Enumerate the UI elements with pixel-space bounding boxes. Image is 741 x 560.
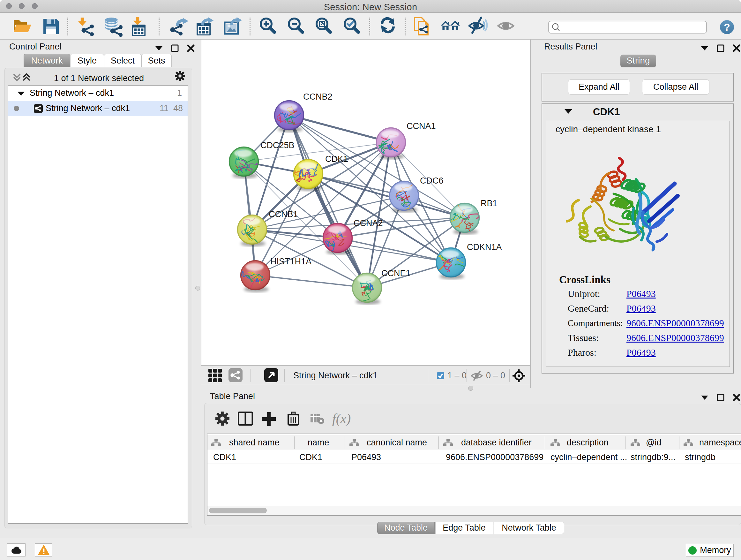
svg-text:CDC6: CDC6 [420,176,444,186]
svg-text:CCNE1: CCNE1 [381,268,411,278]
svg-text:CDK1: CDK1 [325,154,348,164]
svg-text:CCNA1: CCNA1 [407,121,436,131]
svg-text:HIST1H1A: HIST1H1A [270,257,312,266]
svg-text:CCNB2: CCNB2 [303,92,333,102]
svg-text:CCNB1: CCNB1 [269,209,298,219]
svg-text:CDKN1A: CDKN1A [467,242,502,252]
svg-text:CDC25B: CDC25B [260,140,294,150]
svg-text:CCNA2: CCNA2 [354,219,383,228]
svg-text:RB1: RB1 [481,199,497,208]
